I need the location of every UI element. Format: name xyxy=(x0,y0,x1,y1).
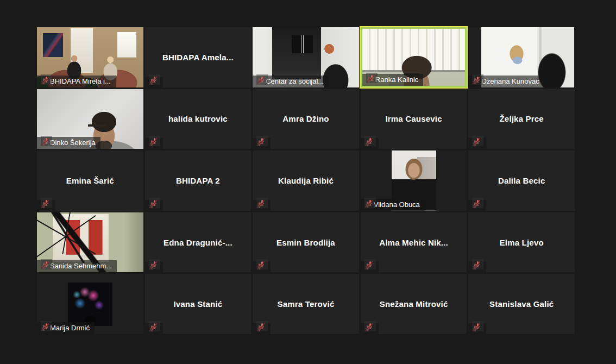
mic-off-icon xyxy=(43,323,50,330)
mic-off-icon xyxy=(474,323,481,330)
participant-tile[interactable]: Edna Dragunić-... xyxy=(145,212,252,273)
mic-off-icon xyxy=(151,261,158,268)
mic-off-icon xyxy=(367,199,374,206)
mic-off-icon xyxy=(368,74,375,81)
muted-indicator xyxy=(472,259,483,269)
meeting-window: { "app": { "view": "gallery", "backgroun… xyxy=(0,0,616,364)
muted-indicator xyxy=(364,198,376,208)
mic-off-icon xyxy=(151,199,158,206)
participant-tile[interactable]: BHIDAPA 2 xyxy=(145,150,252,211)
participant-tile[interactable]: Marija Drmić xyxy=(37,274,143,334)
participant-tile[interactable]: Elma Ljevo xyxy=(468,212,575,273)
mic-off-icon xyxy=(259,76,266,83)
participant-tile[interactable]: Esmin Brodlija xyxy=(253,212,359,273)
participant-tile[interactable]: Dinko Šekerija xyxy=(37,89,143,149)
mic-off-icon xyxy=(367,323,374,330)
participant-tile[interactable]: BHIDAPA Mirela i... xyxy=(37,27,143,87)
participant-name: Marija Drmić xyxy=(50,324,90,332)
mic-off-icon xyxy=(259,137,266,145)
participant-grid: BHIDAPA Mirela i... BHIDAPA Amela... xyxy=(37,27,575,334)
muted-indicator xyxy=(149,136,160,146)
muted-indicator xyxy=(41,198,52,208)
muted-indicator xyxy=(41,321,52,331)
muted-indicator xyxy=(256,259,268,269)
participant-tile[interactable]: Emina Šarić xyxy=(37,150,143,211)
mic-off-icon xyxy=(43,76,50,83)
participant-name: Dzenana Kunovac xyxy=(481,77,539,85)
participant-tile[interactable]: Željka Prce xyxy=(468,89,575,149)
participant-tile[interactable]: Dalila Becic xyxy=(468,150,575,211)
muted-indicator xyxy=(364,259,376,269)
muted-indicator xyxy=(256,198,268,208)
muted-indicator xyxy=(472,321,483,331)
participant-tile[interactable]: Amra Džino xyxy=(253,89,359,149)
muted-indicator xyxy=(149,74,160,85)
mic-off-icon xyxy=(474,137,481,145)
muted-indicator xyxy=(149,259,160,269)
participant-tile[interactable]: Centar za socijal... xyxy=(253,27,359,87)
participant-name: Ranka Kalinic xyxy=(375,76,419,84)
muted-indicator xyxy=(366,73,378,83)
mic-off-icon xyxy=(43,261,50,268)
participant-tile[interactable]: Alma Mehic Nik... xyxy=(361,212,467,273)
muted-indicator xyxy=(41,259,52,269)
muted-indicator xyxy=(149,321,160,331)
participant-tile[interactable]: Dzenana Kunovac xyxy=(468,27,575,87)
mic-off-icon xyxy=(151,137,158,145)
participant-name: Vildana Obuca xyxy=(374,200,420,209)
mic-off-icon xyxy=(474,199,481,206)
participant-name: Sanida Sehmehm... xyxy=(50,262,112,270)
muted-indicator xyxy=(256,136,268,146)
participant-tile[interactable]: Stanislava Galić xyxy=(468,274,575,334)
mic-off-icon xyxy=(151,76,158,83)
muted-indicator xyxy=(256,321,268,331)
avatar-image xyxy=(68,283,112,326)
muted-indicator xyxy=(41,136,52,146)
participant-tile[interactable]: Samra Terović xyxy=(253,274,359,334)
muted-indicator xyxy=(364,321,376,331)
mic-off-icon xyxy=(474,76,481,83)
participant-tile[interactable]: Klaudija Ribić xyxy=(253,150,359,211)
mic-off-icon xyxy=(43,137,50,145)
muted-indicator xyxy=(364,136,376,146)
mic-off-icon xyxy=(259,323,266,330)
muted-indicator xyxy=(41,74,52,85)
participant-tile[interactable]: Sanida Sehmehm... xyxy=(37,212,143,273)
participant-tile[interactable]: Ranka Kalinic xyxy=(361,27,467,87)
participant-tile[interactable]: Irma Causevic xyxy=(361,89,467,149)
muted-indicator xyxy=(472,74,483,85)
muted-indicator xyxy=(472,136,483,146)
participant-tile[interactable]: BHIDAPA Amela... xyxy=(145,27,252,87)
muted-indicator xyxy=(256,74,268,85)
participant-name: Dinko Šekerija xyxy=(50,139,96,147)
participant-tile[interactable]: Snežana Mitrović xyxy=(361,274,467,334)
participant-tile[interactable]: halida kutrovic xyxy=(145,89,252,149)
muted-indicator xyxy=(472,198,483,208)
mic-off-icon xyxy=(259,199,266,206)
mic-off-icon xyxy=(259,261,266,268)
participant-name: BHIDAPA Mirela i... xyxy=(50,77,111,85)
participant-tile[interactable]: Ivana Stanić xyxy=(145,274,252,334)
mic-off-icon xyxy=(43,199,50,206)
muted-indicator xyxy=(149,198,160,208)
mic-off-icon xyxy=(367,261,374,268)
participant-tile[interactable]: Vildana Obuca xyxy=(361,150,467,211)
mic-off-icon xyxy=(474,261,481,268)
mic-off-icon xyxy=(367,137,374,145)
participant-name: Centar za socijal... xyxy=(266,77,324,85)
mic-off-icon xyxy=(151,323,158,330)
